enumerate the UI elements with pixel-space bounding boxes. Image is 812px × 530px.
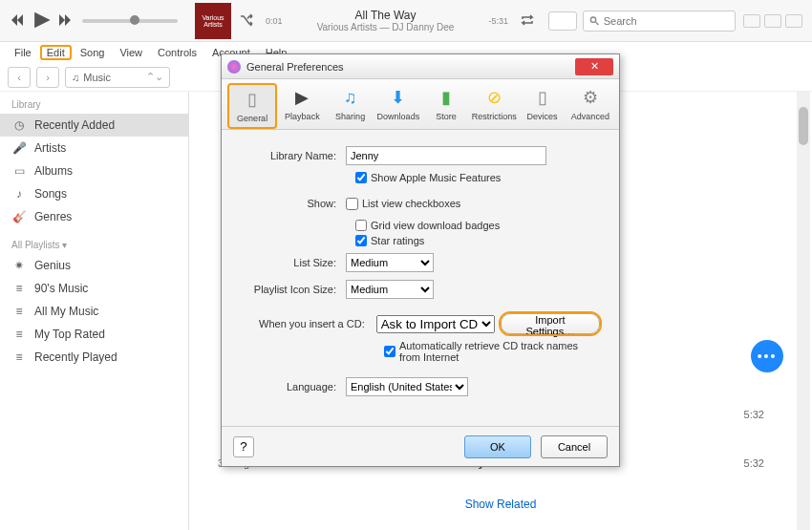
search-input[interactable] — [604, 15, 729, 27]
library-name-label: Library Name: — [241, 150, 346, 161]
sidebar-item-all-my-music[interactable]: ≡All My Music — [0, 300, 188, 323]
preferences-dialog: General Preferences ✕ ▯General ▶Playback… — [221, 53, 620, 467]
smart-playlist-icon: ≡ — [11, 327, 27, 342]
category-label: Music — [83, 72, 111, 83]
track-title: All The Way — [287, 9, 485, 22]
scrollbar-thumb[interactable] — [799, 107, 808, 145]
search-icon — [589, 15, 600, 27]
next-button[interactable] — [57, 12, 73, 30]
mic-icon: 🎤 — [11, 140, 27, 156]
itunes-icon — [227, 60, 241, 74]
album-art[interactable]: Various Artists — [195, 3, 231, 39]
tab-devices[interactable]: ▯Devices — [520, 83, 566, 129]
apple-music-label: Show Apple Music Features — [371, 172, 501, 183]
apple-music-checkbox[interactable] — [355, 172, 367, 183]
sidebar-item-albums[interactable]: ▭Albums — [0, 159, 188, 182]
ok-button[interactable]: OK — [464, 435, 531, 458]
menu-song[interactable]: Song — [74, 45, 112, 60]
chevron-updown-icon: ⌃⌄ — [146, 71, 163, 83]
music-icon: ♫ — [72, 72, 79, 83]
import-settings-button[interactable]: Import Settings… — [501, 313, 600, 334]
bag-icon: ▮ — [434, 85, 459, 110]
tab-general[interactable]: ▯General — [227, 83, 277, 129]
tab-restrictions[interactable]: ⊘Restrictions — [471, 83, 517, 129]
forward-button[interactable]: › — [36, 67, 59, 88]
library-section-label: Library — [0, 95, 188, 114]
tab-downloads[interactable]: ⬇Downloads — [375, 83, 421, 129]
language-select[interactable]: English (United States) — [346, 377, 468, 396]
svg-point-0 — [590, 16, 595, 21]
playback-controls — [10, 10, 73, 32]
clock-icon: ◷ — [11, 117, 27, 133]
cd-action-select[interactable]: Ask to Import CD — [376, 315, 495, 333]
close-button[interactable] — [785, 14, 802, 28]
note-icon: ♪ — [11, 186, 27, 201]
device-icon: ▯ — [530, 85, 555, 110]
sidebar-item-genius[interactable]: ✷Genius — [0, 254, 188, 277]
restrictions-icon: ⊘ — [481, 85, 506, 110]
playlist-icon-label: Playlist Icon Size: — [241, 284, 346, 295]
sidebar-item-songs[interactable]: ♪Songs — [0, 182, 188, 205]
shuffle-icon[interactable] — [239, 12, 254, 30]
library-name-input[interactable] — [346, 146, 546, 165]
listview-label: List view checkboxes — [362, 198, 460, 209]
listview-checkbox[interactable] — [346, 198, 358, 210]
tab-playback[interactable]: ▶Playback — [279, 83, 325, 129]
auto-retrieve-checkbox[interactable] — [384, 346, 395, 357]
category-select[interactable]: ♫ Music ⌃⌄ — [65, 67, 170, 88]
volume-slider[interactable] — [82, 19, 178, 23]
gridview-label: Grid view download badges — [371, 220, 500, 231]
play-button[interactable] — [31, 10, 52, 32]
search-box[interactable] — [583, 11, 736, 32]
sidebar-item-recently-added[interactable]: ◷Recently Added — [0, 114, 188, 137]
gear-icon: ⚙ — [578, 85, 603, 110]
sidebar-item-artists[interactable]: 🎤Artists — [0, 137, 188, 159]
tab-advanced[interactable]: ⚙Advanced — [567, 83, 613, 129]
playlists-section-label[interactable]: All Playlists ▾ — [0, 236, 188, 254]
guitar-icon: 🎸 — [11, 209, 27, 224]
star-checkbox[interactable] — [355, 235, 367, 246]
queue-button[interactable] — [548, 11, 577, 31]
minimize-button[interactable] — [743, 14, 760, 28]
sidebar-item-top-rated[interactable]: ≡My Top Rated — [0, 323, 188, 346]
cancel-button[interactable]: Cancel — [541, 435, 608, 458]
menu-controls[interactable]: Controls — [151, 45, 203, 60]
gridview-checkbox[interactable] — [355, 220, 367, 231]
tab-store[interactable]: ▮Store — [423, 83, 469, 129]
genius-icon: ✷ — [11, 258, 27, 273]
remaining-time: -5:31 — [484, 16, 512, 26]
repeat-icon[interactable] — [520, 12, 535, 30]
smart-playlist-icon: ≡ — [11, 350, 27, 365]
window-controls — [743, 14, 802, 28]
dialog-titlebar[interactable]: General Preferences ✕ — [222, 54, 619, 79]
menu-view[interactable]: View — [113, 45, 149, 60]
more-fab[interactable]: ••• — [751, 340, 783, 372]
language-label: Language: — [241, 381, 346, 392]
dialog-footer: ? OK Cancel — [222, 426, 619, 466]
smart-playlist-icon: ≡ — [11, 281, 27, 296]
playlist-icon-select[interactable]: Medium — [346, 280, 434, 299]
menu-file[interactable]: File — [8, 45, 38, 60]
phone-icon: ▯ — [240, 87, 265, 112]
sidebar-item-genres[interactable]: 🎸Genres — [0, 205, 188, 228]
track-duration: 5:32 — [744, 457, 802, 469]
dialog-close-button[interactable]: ✕ — [575, 58, 613, 75]
menu-edit[interactable]: Edit — [40, 45, 72, 60]
help-button[interactable]: ? — [233, 436, 254, 457]
back-button[interactable]: ‹ — [8, 67, 31, 88]
now-playing: All The Way Various Artists — DJ Danny D… — [287, 9, 485, 32]
cd-insert-label: When you insert a CD: — [241, 318, 371, 329]
dialog-title: General Preferences — [246, 61, 344, 73]
maximize-button[interactable] — [764, 14, 781, 28]
list-size-select[interactable]: Medium — [346, 253, 434, 272]
tab-sharing[interactable]: ♫Sharing — [328, 83, 374, 129]
prev-button[interactable] — [10, 12, 25, 30]
dialog-tabs: ▯General ▶Playback ♫Sharing ⬇Downloads ▮… — [222, 79, 619, 130]
sidebar-item-recently-played[interactable]: ≡Recently Played — [0, 346, 188, 369]
sharing-icon: ♫ — [338, 85, 363, 110]
sidebar-item-90s[interactable]: ≡90's Music — [0, 277, 188, 300]
track-duration-above: 5:32 — [744, 409, 764, 420]
show-related-link[interactable]: Show Related — [189, 498, 812, 511]
smart-playlist-icon: ≡ — [11, 304, 27, 319]
download-icon: ⬇ — [386, 85, 411, 110]
